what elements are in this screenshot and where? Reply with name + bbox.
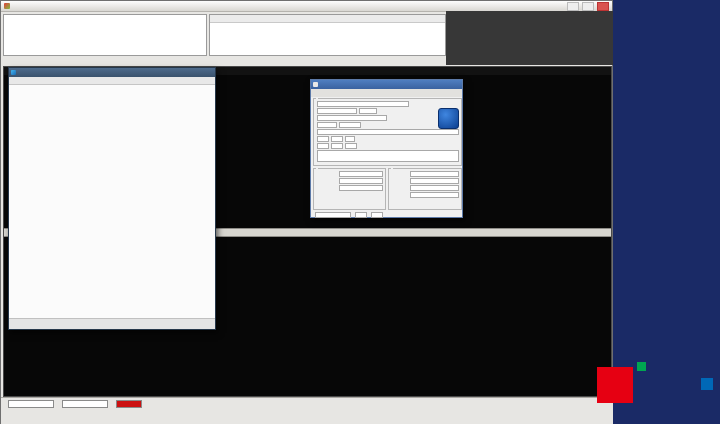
codename-value <box>317 108 357 114</box>
aida64-app-icon <box>4 3 10 9</box>
clocks-groupbox <box>313 168 386 210</box>
watermark-green-block <box>637 362 646 371</box>
cpuz-body <box>311 97 462 217</box>
extfamily-value <box>317 143 329 149</box>
log-row[interactable] <box>210 23 445 30</box>
instructions-value <box>317 150 459 162</box>
cpuz-titlebar[interactable] <box>311 80 462 89</box>
l1data-value <box>410 171 459 177</box>
hwinfo-toolbar <box>9 318 215 329</box>
sensor-tabs <box>1 57 447 66</box>
desktop-area <box>446 11 613 65</box>
technology-value <box>317 122 337 128</box>
extmodel-value <box>331 143 343 149</box>
hwinfo-sensor-table <box>9 85 215 318</box>
corevoltage-value <box>339 122 361 128</box>
l1inst-value <box>410 178 459 184</box>
cpu-name-value <box>317 101 409 107</box>
watermark-blue-block <box>701 378 713 390</box>
busspeed-value <box>339 185 383 191</box>
specification-value <box>317 129 459 135</box>
model-value <box>331 136 343 142</box>
corespeed-value <box>339 171 383 177</box>
test-started-value-box <box>62 400 108 408</box>
minimize-button[interactable] <box>567 2 579 11</box>
cpuz-window <box>310 79 463 218</box>
intel-core-i5-badge <box>438 108 459 129</box>
close-button[interactable] <box>597 2 609 11</box>
tdp-value <box>359 108 377 114</box>
hwinfo-window <box>8 67 216 330</box>
cores-value <box>355 212 367 218</box>
hwinfo-app-icon <box>11 70 16 75</box>
cpuz-app-icon <box>313 82 318 87</box>
battery-value-box <box>8 400 54 408</box>
status-bar <box>1 397 614 410</box>
hwinfo-titlebar[interactable] <box>9 68 215 77</box>
multiplier-value <box>339 178 383 184</box>
watermark-red-block <box>597 367 633 403</box>
package-value <box>317 115 387 121</box>
stress-options-panel <box>3 14 207 56</box>
watermark <box>597 360 717 410</box>
l3-value <box>410 192 459 198</box>
l2-value <box>410 185 459 191</box>
elapsed-value-box <box>116 400 142 408</box>
revision-value <box>345 143 357 149</box>
log-header <box>210 15 445 23</box>
cpuz-bottom-bar <box>313 212 462 218</box>
action-buttons <box>1 410 614 424</box>
desktop <box>0 0 720 424</box>
test-log-panel <box>209 14 446 56</box>
selection-value[interactable] <box>315 212 351 218</box>
cache-groupbox <box>388 168 462 210</box>
cpuz-tabs <box>311 89 462 97</box>
hwinfo-column-header <box>9 77 215 85</box>
maximize-button[interactable] <box>582 2 594 11</box>
family-value <box>317 136 329 142</box>
threads-value <box>371 212 383 218</box>
stepping-value <box>345 136 355 142</box>
